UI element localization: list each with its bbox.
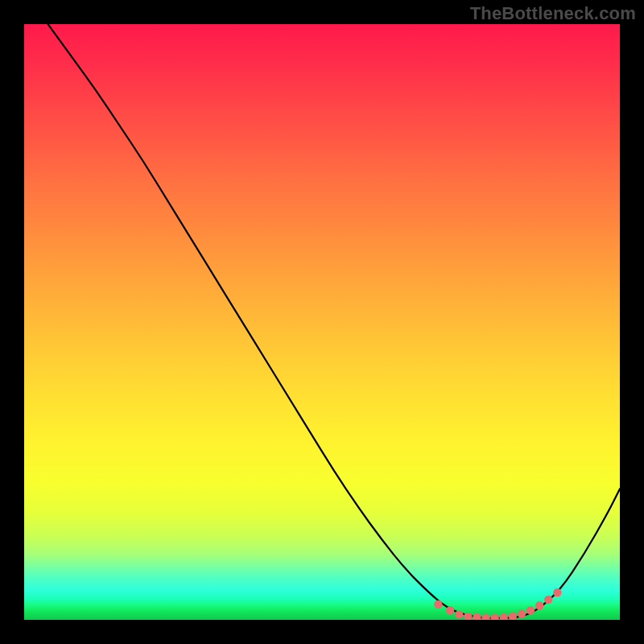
marker-dot bbox=[481, 613, 489, 620]
optimal-zone-markers bbox=[434, 588, 561, 620]
marker-dot bbox=[535, 601, 543, 609]
watermark-text: TheBottleneck.com bbox=[470, 3, 636, 24]
marker-dot bbox=[553, 588, 561, 597]
bottleneck-curve bbox=[48, 24, 620, 618]
marker-dot bbox=[490, 613, 498, 620]
plot-area bbox=[24, 24, 620, 620]
marker-dot bbox=[509, 612, 517, 620]
marker-dot bbox=[526, 606, 535, 614]
marker-dot bbox=[446, 606, 454, 614]
marker-dot bbox=[500, 613, 508, 620]
marker-dot bbox=[455, 610, 463, 618]
chart-frame: TheBottleneck.com bbox=[0, 0, 644, 644]
curve-layer bbox=[24, 24, 620, 620]
marker-dot bbox=[473, 613, 481, 620]
marker-dot bbox=[464, 613, 472, 620]
marker-dot bbox=[544, 596, 552, 604]
marker-dot bbox=[434, 601, 442, 609]
marker-dot bbox=[518, 609, 526, 617]
